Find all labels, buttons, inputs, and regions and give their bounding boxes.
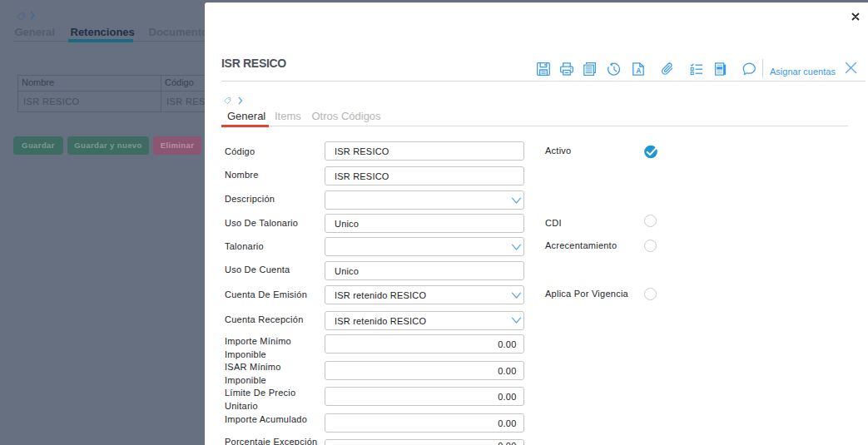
svg-text:A: A [636,67,641,75]
